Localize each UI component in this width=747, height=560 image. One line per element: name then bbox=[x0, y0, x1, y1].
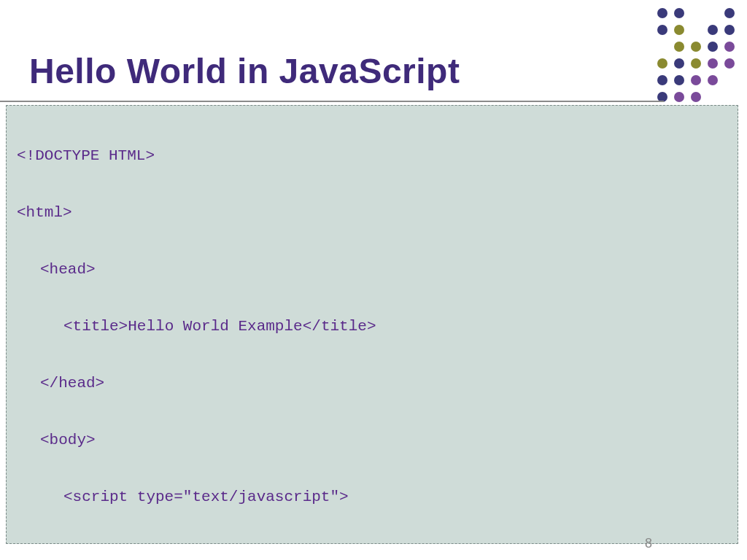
code-line: </head> bbox=[17, 369, 727, 397]
title-underline bbox=[0, 101, 664, 102]
code-line: <script type="text/javascript"> bbox=[17, 483, 727, 511]
code-line: <head> bbox=[17, 255, 727, 284]
code-line: <body> bbox=[17, 426, 727, 454]
code-line: <title>Hello World Example</title> bbox=[17, 312, 727, 341]
code-line: <!DOCTYPE HTML> bbox=[17, 141, 727, 170]
code-example-block: <!DOCTYPE HTML> <html> <head> <title>Hel… bbox=[6, 105, 738, 544]
code-line: <!-- bbox=[17, 540, 727, 544]
page-number: 8 bbox=[645, 536, 652, 551]
slide-title: Hello World in JavaScript bbox=[29, 51, 460, 91]
slide: Hello World in JavaScript <!DOCTYPE HTML… bbox=[0, 0, 747, 560]
code-line: <html> bbox=[17, 198, 727, 227]
decorative-dots-icon bbox=[655, 6, 737, 121]
